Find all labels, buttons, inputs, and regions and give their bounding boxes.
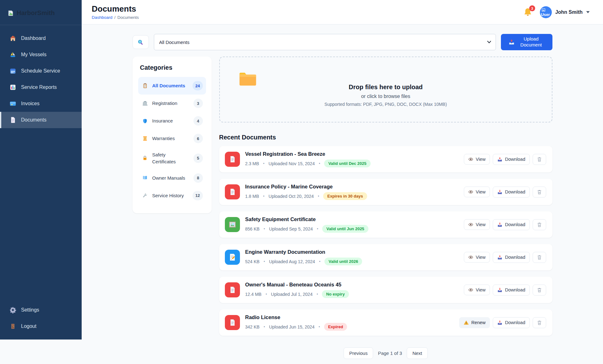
file-dropzone[interactable]: Drop files here to upload or click to br… <box>219 57 552 122</box>
document-info: Insurance Policy - Marine Coverage 1.8 M… <box>245 184 464 200</box>
category-count-badge: 5 <box>193 154 203 163</box>
sidebar-item-schedule-service[interactable]: Schedule Service <box>0 63 82 79</box>
category-safety-certificates[interactable]: Safety Certificates 5 <box>138 147 206 169</box>
house-icon <box>9 35 16 42</box>
category-count-badge: 3 <box>193 99 203 108</box>
document-info: Owner's Manual - Beneteau Oceanis 45 12.… <box>245 282 464 298</box>
document-info: Engine Warranty Documentation 524 KB • U… <box>245 249 464 265</box>
categories-title: Categories <box>140 64 206 71</box>
download-tray-icon <box>497 157 503 162</box>
trash-icon <box>537 189 542 195</box>
user-menu[interactable]: User John Smith <box>540 6 590 18</box>
search-icon <box>137 39 144 46</box>
search-button[interactable] <box>133 35 149 49</box>
door-icon <box>9 323 16 330</box>
broken-image-icon <box>541 8 546 12</box>
document-actions: View Download <box>464 219 546 230</box>
document-uploaded: Uploaded Aug 12, 2024 <box>269 259 315 264</box>
bar-chart-icon <box>9 84 16 91</box>
delete-button[interactable] <box>533 285 546 296</box>
view-button[interactable]: View <box>464 285 490 295</box>
meta-separator: • <box>266 292 267 296</box>
trash-icon <box>537 320 542 325</box>
book-icon <box>142 175 148 181</box>
sidebar-item-logout[interactable]: Logout <box>0 318 82 334</box>
meta-separator: • <box>317 292 318 296</box>
wrench-icon <box>142 193 148 198</box>
delete-button[interactable] <box>533 252 546 263</box>
breadcrumb-link-dashboard[interactable]: Dashboard <box>92 15 112 20</box>
category-all-documents[interactable]: All Documents 24 <box>138 77 206 95</box>
delete-button[interactable] <box>533 219 546 230</box>
document-actions: View Download <box>464 187 546 198</box>
memo-file-blue-icon <box>225 250 240 265</box>
download-button[interactable]: Download <box>493 219 530 230</box>
document-actions: Renew Download <box>459 317 546 328</box>
category-label: Insurance <box>152 117 189 124</box>
notifications-button[interactable]: 3 <box>523 8 532 17</box>
page-header: Documents Dashboard/Documents 3 <box>82 0 603 24</box>
category-service-history[interactable]: Service History 12 <box>138 187 206 204</box>
status-badge: Expired <box>324 323 347 331</box>
download-tray-icon <box>497 255 503 260</box>
sidebar-item-settings[interactable]: Settings <box>0 302 82 318</box>
document-uploaded: Uploaded Jun 15, 2024 <box>269 324 315 329</box>
document-meta: 1.8 MB • Uploaded Oct 20, 2024 • Expires… <box>245 192 464 200</box>
document-file-red-icon <box>225 152 240 167</box>
view-button[interactable]: View <box>464 154 490 165</box>
category-insurance[interactable]: Insurance 4 <box>138 112 206 130</box>
shield-icon <box>142 118 148 124</box>
document-meta: 856 KB • Uploaded Sep 5, 2024 • Valid un… <box>245 225 464 233</box>
delete-button[interactable] <box>533 154 546 165</box>
document-filter: All Documents <box>154 34 496 50</box>
meta-separator: • <box>263 161 264 166</box>
previous-page-button[interactable]: Previous <box>344 347 373 359</box>
category-registration[interactable]: Registration 3 <box>138 95 206 112</box>
sidebar-item-label: Documents <box>21 117 46 123</box>
document-row: Owner's Manual - Beneteau Oceanis 45 12.… <box>219 277 552 303</box>
user-name: John Smith <box>555 9 583 15</box>
categories-panel: Categories All Documents 24 Registration <box>133 57 212 213</box>
sidebar-item-label: Invoices <box>21 101 40 106</box>
document-actions: View Download <box>464 285 546 296</box>
next-page-button[interactable]: Next <box>407 347 428 359</box>
sidebar-item-my-vessels[interactable]: My Vessels <box>0 46 82 63</box>
upload-document-button[interactable]: Upload Document <box>501 34 552 50</box>
download-button[interactable]: Download <box>493 187 530 198</box>
image-file-green-icon <box>225 217 240 232</box>
category-owner-manuals[interactable]: Owner Manuals 8 <box>138 169 206 187</box>
download-button[interactable]: Download <box>493 252 530 263</box>
view-button[interactable]: View <box>464 252 490 263</box>
download-button[interactable]: Download <box>493 154 530 165</box>
pagination: Previous Page 1 of 3 Next <box>219 347 552 359</box>
view-button[interactable]: View <box>464 219 490 230</box>
sidebar-nav: Dashboard My Vessels Schedule Service Se… <box>0 25 82 128</box>
sidebar-item-dashboard[interactable]: Dashboard <box>0 30 82 46</box>
delete-button[interactable] <box>533 317 546 328</box>
download-button[interactable]: Download <box>493 317 530 328</box>
download-button[interactable]: Download <box>493 285 530 296</box>
sidebar-item-service-reports[interactable]: Service Reports <box>0 79 82 95</box>
download-button-label: Download <box>505 189 525 194</box>
documents-column: Drop files here to upload or click to br… <box>219 57 552 364</box>
renew-button[interactable]: Renew <box>459 317 490 328</box>
breadcrumb-current: Documents <box>117 15 139 20</box>
category-warranties[interactable]: Warranties 6 <box>138 130 206 147</box>
status-badge: Valid until Jun 2025 <box>322 225 368 233</box>
document-name: Engine Warranty Documentation <box>245 249 464 255</box>
content: All Documents Upload Document Categori <box>133 24 552 364</box>
sidebar-item-invoices[interactable]: Invoices <box>0 95 82 112</box>
document-file-red-icon <box>225 282 240 297</box>
trash-icon <box>537 222 542 227</box>
document-meta: 12.4 MB • Uploaded Jul 1, 2024 • No expi… <box>245 290 464 298</box>
download-button-label: Download <box>505 255 525 260</box>
trash-icon <box>537 255 542 260</box>
document-filter-select[interactable]: All Documents <box>154 34 496 50</box>
download-button-label: Download <box>505 287 525 292</box>
sidebar-item-documents[interactable]: Documents <box>0 112 82 128</box>
document-size: 524 KB <box>245 259 260 264</box>
sidebar-footer: Settings Logout <box>0 302 82 340</box>
delete-button[interactable] <box>533 187 546 198</box>
view-button-label: View <box>476 157 486 162</box>
view-button[interactable]: View <box>464 187 490 197</box>
